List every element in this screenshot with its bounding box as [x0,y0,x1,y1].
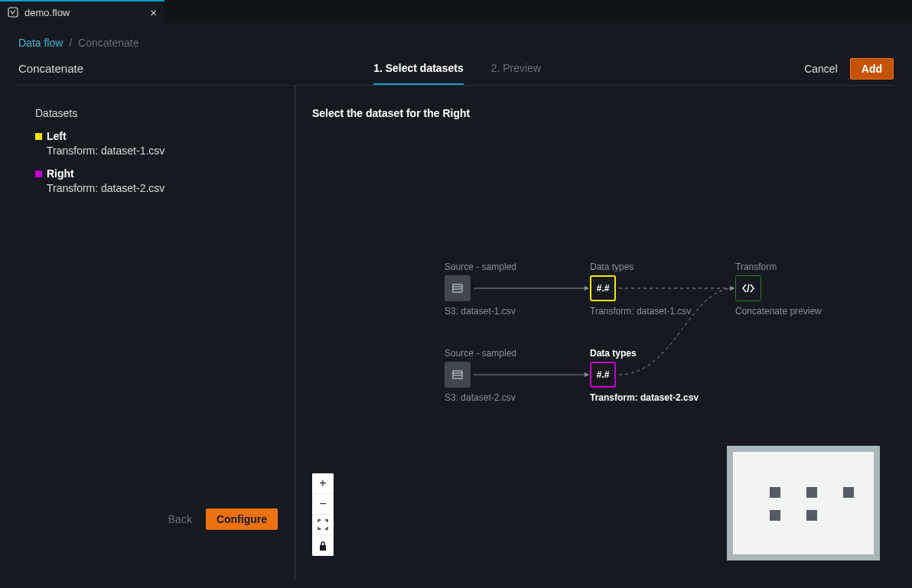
node-sub-datatypes-2: Transform: dataset-2.csv [590,392,712,403]
step-tabs: 1. Select datasets 2. Preview [110,52,804,85]
minimap-node [806,510,817,521]
datatypes-box-2: #.# [590,362,616,388]
svg-rect-8 [453,371,462,378]
body: Datasets Left Transform: dataset-1.csv R… [18,86,894,579]
node-sub-source-1: S3: dataset-1.csv [445,306,567,317]
flow-file-icon [8,7,18,18]
node-label-source-2: Source - sampled [445,348,567,359]
dataset-sub-right: Transform: dataset-2.csv [47,182,278,194]
zoom-controls: + − [312,473,334,556]
minimap[interactable] [727,446,880,560]
node-transform[interactable]: Transform Concatenate preview [735,262,858,317]
zoom-in-button[interactable]: + [312,473,334,494]
minimap-node [770,487,780,498]
step-preview[interactable]: 2. Preview [491,52,541,85]
dataset-sub-left: Transform: dataset-1.csv [47,145,278,157]
zoom-lock-button[interactable] [312,535,334,556]
flow-graph: Source - sampled S3: dataset-1.csv Data … [445,262,873,437]
zoom-out-button[interactable]: − [312,494,334,515]
dataset-item-left[interactable]: Left Transform: dataset-1.csv [35,130,278,157]
node-datatypes-1[interactable]: Data types #.# Transform: dataset-1.csv [590,262,712,317]
transform-box [735,275,761,301]
minimap-node [770,510,780,521]
minimap-node [806,487,817,498]
node-sub-datatypes-1: Transform: dataset-1.csv [590,306,712,317]
node-label-datatypes-1: Data types [590,262,712,272]
node-source-2[interactable]: Source - sampled S3: dataset-2.csv [445,348,567,403]
svg-rect-4 [453,284,462,292]
zoom-fit-button[interactable] [312,515,334,535]
minimap-view [733,452,874,554]
dataset-item-right[interactable]: Right Transform: dataset-2.csv [35,167,278,194]
node-sub-source-2: S3: dataset-2.csv [445,392,567,403]
configure-button[interactable]: Configure [206,508,278,530]
add-button[interactable]: Add [850,58,894,80]
step-select-datasets[interactable]: 1. Select datasets [373,52,464,85]
canvas-heading: Select the dataset for the Right [312,107,877,119]
header-actions: Cancel Add [804,58,894,80]
node-label-datatypes-2: Data types [590,348,712,359]
svg-line-7 [748,284,749,292]
page-title: Concatenate [18,62,110,75]
dataset-name-left: Left [47,130,67,142]
source-icon-2 [445,362,471,388]
node-sub-transform: Concatenate preview [735,306,858,317]
canvas[interactable]: Select the dataset for the Right [295,86,894,579]
close-tab-icon[interactable]: × [150,6,157,19]
node-datatypes-2[interactable]: Data types #.# Transform: dataset-2.csv [590,348,712,403]
cancel-button[interactable]: Cancel [804,63,838,75]
datatypes-box-1: #.# [590,275,616,301]
file-tab[interactable]: demo.flow × [0,0,164,23]
node-label-transform: Transform [735,262,858,272]
node-label-source: Source - sampled [445,262,567,272]
sidebar: Datasets Left Transform: dataset-1.csv R… [18,86,295,579]
dataset-swatch-left [35,133,42,140]
sidebar-heading: Datasets [35,107,278,119]
minimap-node [843,487,854,498]
node-source-1[interactable]: Source - sampled S3: dataset-1.csv [445,262,567,317]
breadcrumb: Data flow / Concatenate [18,23,894,52]
app: Data flow / Concatenate Concatenate 1. S… [0,23,912,588]
svg-rect-11 [320,545,326,551]
breadcrumb-separator: / [69,37,72,49]
breadcrumb-current: Concatenate [78,37,138,49]
dataset-name-right: Right [47,167,74,180]
file-tab-title: demo.flow [24,7,70,18]
dataset-swatch-right [35,171,42,177]
tab-bar: demo.flow × [0,0,912,23]
source-icon [445,275,471,301]
breadcrumb-root[interactable]: Data flow [18,37,63,49]
back-button: Back [168,513,192,525]
header: Concatenate 1. Select datasets 2. Previe… [18,52,894,86]
sidebar-footer: Back Configure [35,508,278,567]
